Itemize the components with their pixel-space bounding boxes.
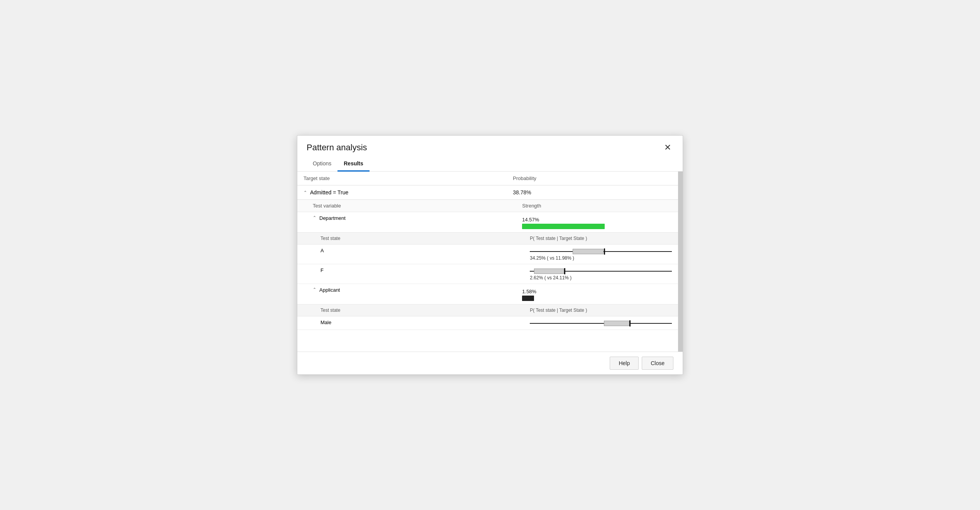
teststate-row: Male xyxy=(297,316,678,330)
range-bar-wrapper xyxy=(530,320,672,326)
variable-label: Department xyxy=(319,215,346,221)
teststate-bar-cell: 2.62% ( vs 24.11% ) xyxy=(507,264,678,284)
teststate-row: F 2.62% ( vs 24.11% ) xyxy=(297,264,678,284)
teststate-col2-header: P( Test state | Target State ) xyxy=(507,304,678,316)
range-tick xyxy=(564,268,565,274)
expand-variable-chevron[interactable]: ⌃ xyxy=(313,215,316,220)
range-line xyxy=(530,323,672,324)
dialog-header: Pattern analysis ✕ xyxy=(297,136,683,156)
target-state-row: ⌃ Admitted = True 38.78% xyxy=(297,185,678,200)
dialog-footer: Help Close xyxy=(297,352,683,374)
range-caption: 34.25% ( vs 11.98% ) xyxy=(530,255,672,261)
range-bar-wrapper: 2.62% ( vs 24.11% ) xyxy=(530,267,672,280)
range-box xyxy=(604,321,629,326)
range-box xyxy=(534,269,564,274)
teststate-row: A 34.25% ( vs 11.98% ) xyxy=(297,245,678,264)
variable-strength: 1.58% xyxy=(507,284,678,304)
range-track xyxy=(530,248,672,255)
range-box xyxy=(573,249,604,254)
expand-variable-chevron[interactable]: ⌃ xyxy=(313,287,316,292)
range-bar-wrapper: 34.25% ( vs 11.98% ) xyxy=(530,248,672,261)
strength-bar xyxy=(522,224,604,229)
strength-bar xyxy=(522,296,534,301)
column-headers: Target state Probability xyxy=(297,172,678,185)
close-button[interactable]: Close xyxy=(642,357,673,370)
col-target-state: Target state xyxy=(297,172,507,185)
target-probability: 38.78% xyxy=(507,185,678,200)
teststate-col1-header: Test state xyxy=(297,233,507,245)
variable-strength: 14.57% xyxy=(507,212,678,233)
close-icon-button[interactable]: ✕ xyxy=(662,143,673,153)
range-track xyxy=(530,320,672,326)
range-tick xyxy=(629,320,631,326)
teststate-label: Male xyxy=(297,316,507,330)
dialog-content: Target state Probability ⌃ Admitted = Tr… xyxy=(297,172,683,352)
teststate-col1-header: Test state xyxy=(297,304,507,316)
results-table: Target state Probability ⌃ Admitted = Tr… xyxy=(297,172,678,330)
variable-row: ⌃ Applicant 1.58% xyxy=(297,284,678,304)
teststate-label: F xyxy=(297,264,507,284)
variable-row: ⌃ Department 14.57% xyxy=(297,212,678,233)
range-track xyxy=(530,268,672,274)
strength-percent: 14.57% xyxy=(522,217,672,223)
teststate-col2-header: P( Test state | Target State ) xyxy=(507,233,678,245)
teststate-bar-cell xyxy=(507,316,678,330)
variable-header-row: Test variable Strength xyxy=(297,200,678,212)
tab-options[interactable]: Options xyxy=(307,156,337,172)
pattern-analysis-dialog: Pattern analysis ✕ Options Results Targe… xyxy=(297,135,683,375)
teststate-bar-cell: 34.25% ( vs 11.98% ) xyxy=(507,245,678,264)
tab-bar: Options Results xyxy=(297,156,683,172)
dialog-title: Pattern analysis xyxy=(307,143,367,153)
teststate-header-row: Test state P( Test state | Target State … xyxy=(297,304,678,316)
range-tick xyxy=(604,248,605,255)
variable-label: Applicant xyxy=(319,287,340,293)
teststate-label: A xyxy=(297,245,507,264)
results-table-area[interactable]: Target state Probability ⌃ Admitted = Tr… xyxy=(297,172,683,352)
range-caption: 2.62% ( vs 24.11% ) xyxy=(530,275,672,280)
strength-percent: 1.58% xyxy=(522,289,672,294)
teststate-header-row: Test state P( Test state | Target State … xyxy=(297,233,678,245)
help-button[interactable]: Help xyxy=(610,357,639,370)
strength-header: Strength xyxy=(507,200,678,212)
tab-results[interactable]: Results xyxy=(337,156,370,172)
target-state-label: Admitted = True xyxy=(310,189,348,196)
col-probability: Probability xyxy=(507,172,678,185)
test-variable-header: Test variable xyxy=(297,200,507,212)
expand-chevron[interactable]: ⌃ xyxy=(303,190,307,195)
